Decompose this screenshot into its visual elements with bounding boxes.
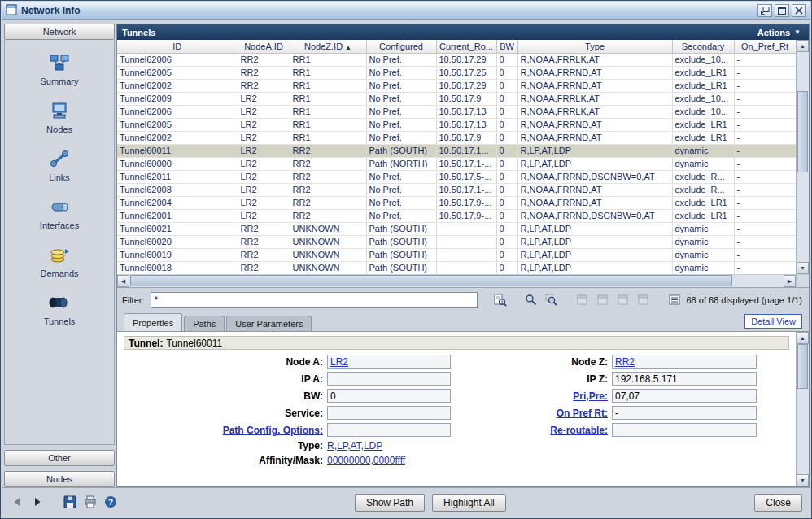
property-field[interactable] [327,406,451,420]
table-row[interactable]: Tunnel62008LR2RR2No Pref.10.50.17.1-...0… [117,183,796,196]
detail-view-button[interactable]: Detail View [744,314,802,329]
help-icon[interactable]: ? [103,495,118,509]
table-cell: LR2 [238,118,290,131]
property-field[interactable] [612,423,757,437]
back-icon[interactable] [10,495,24,509]
column-header[interactable]: Configured [366,40,436,53]
highlight-all-button[interactable]: Highlight All [432,494,506,512]
property-field[interactable] [327,423,451,437]
table-row[interactable]: Tunnel62001LR2RR2No Pref.10.50.17.9-...0… [117,209,796,222]
property-value[interactable]: LR2 [330,356,348,368]
property-value[interactable]: R,LP,AT,LDP [327,440,382,451]
scroll-down-icon[interactable]: ▼ [797,262,809,274]
table-row[interactable]: Tunnel60018RR2UNKNOWNPath (SOUTH)0R,LP,A… [117,261,796,274]
close-button[interactable]: Close [754,494,802,512]
table-cell: R,LP,AT,LDP [517,157,672,170]
sidebar-item-label: Nodes [46,124,72,134]
zoom-region-icon[interactable] [544,292,560,308]
sidebar-item-summary[interactable]: Summary [5,53,114,86]
scroll-right-icon[interactable]: ▶ [784,275,796,287]
table-row[interactable]: Tunnel60019RR2UNKNOWNPath (SOUTH)0R,LP,A… [117,248,796,261]
sidebar-item-nodes[interactable]: Nodes [5,101,114,134]
filter-input[interactable] [151,292,478,308]
scroll-up-icon[interactable]: ▲ [797,332,809,344]
property-field[interactable]: 192.168.5.171 [612,372,757,386]
forward-icon[interactable] [30,495,45,509]
table-row[interactable]: Tunnel60020RR2UNKNOWNPath (SOUTH)0R,LP,A… [117,235,796,248]
actions-label: Actions [757,28,790,37]
table-row[interactable]: Tunnel60021RR2UNKNOWNPath (SOUTH)0R,LP,A… [117,222,796,235]
table-row[interactable]: Tunnel62006RR2RR1No Pref.10.50.17.290R,N… [117,53,796,66]
column-header[interactable]: Current_Ro... [436,40,496,53]
tab-properties[interactable]: Properties [124,313,182,331]
table-scrollbar-thumb[interactable] [797,91,808,172]
property-value[interactable]: 00000000,0000ffff [327,455,405,466]
actions-menu-button[interactable]: Actions ▼ [757,28,804,37]
table-row[interactable]: Tunnel62002RR2RR1No Pref.10.50.17.290R,N… [117,79,796,92]
column-header[interactable]: On_Pref_Rt [734,40,796,53]
table-cell: dynamic [672,222,734,235]
column-header[interactable]: ID [117,40,238,53]
table-vertical-scrollbar[interactable]: ▲ ▼ [796,40,809,274]
property-field[interactable]: - [612,406,757,420]
table-row[interactable]: Tunnel62005RR2RR1No Pref.10.50.17.250R,N… [117,66,796,79]
table-row[interactable]: Tunnel62002LR2RR1No Pref.10.50.17.90R,NO… [117,131,796,144]
property-label[interactable]: Path Config. Options: [223,425,323,436]
list-icon[interactable] [666,292,683,308]
first-page-icon[interactable] [574,292,591,308]
column-header[interactable]: BW [496,40,517,53]
properties-scrollbar-thumb[interactable] [797,344,808,389]
table-row[interactable]: Tunnel62006LR2RR1No Pref.10.50.17.130R,N… [117,105,796,118]
table-cell: 0 [496,79,517,92]
sidebar-section-network[interactable]: Network [4,24,115,40]
find-icon[interactable] [492,292,509,308]
sidebar-item-interfaces[interactable]: Interfaces [5,197,114,230]
column-header[interactable]: Secondary [672,40,734,53]
sidebar-section-nodes[interactable]: Nodes [4,471,115,487]
table-row[interactable]: Tunnel60000LR2RR2Path (NORTH)10.50.17.1-… [117,157,796,170]
column-header[interactable]: Type [517,40,672,53]
property-label[interactable]: On Pref Rt: [557,408,608,419]
table-row[interactable]: Tunnel62011LR2RR2No Pref.10.50.17.5-...0… [117,170,796,183]
scroll-up-icon[interactable]: ▲ [797,40,809,52]
save-icon[interactable] [63,495,77,509]
horizontal-scroll-track[interactable] [129,275,784,287]
sidebar-section-other[interactable]: Other [4,450,115,466]
maximize-icon[interactable] [775,4,789,17]
property-field[interactable] [327,372,451,386]
property-field[interactable]: LR2 [327,355,451,369]
sidebar-item-tunnels[interactable]: Tunnels [5,293,114,326]
sidebar-item-links[interactable]: Links [5,149,114,182]
next-page-icon[interactable] [615,292,631,308]
property-field[interactable]: 0 [327,389,451,403]
table-row[interactable]: Tunnel60011LR2RR2Path (SOUTH)10.50.17.1.… [117,144,796,157]
table-row[interactable]: Tunnel62004LR2RR2No Pref.10.50.17.9-...0… [117,196,796,209]
property-field[interactable]: 07,07 [612,389,757,403]
property-label[interactable]: Pri,Pre: [573,390,608,402]
table-row[interactable]: Tunnel62009LR2RR1No Pref.10.50.17.90R,NO… [117,92,796,105]
tunnel-title-label: Tunnel: [129,338,163,349]
column-header[interactable]: NodeZ.ID▲ [290,40,366,53]
table-horizontal-scrollbar[interactable]: ◀ ▶ [117,274,809,287]
prev-page-icon[interactable] [595,292,611,308]
zoom-in-icon[interactable] [523,292,539,308]
properties-vertical-scrollbar[interactable]: ▲ ▼ [796,332,809,486]
tab-user-parameters[interactable]: User Parameters [226,316,312,331]
titlebar[interactable]: Network Info [2,2,810,20]
table-cell: RR1 [290,105,366,118]
property-value[interactable]: RR2 [615,356,635,368]
tab-paths[interactable]: Paths [184,316,225,331]
table-row[interactable]: Tunnel62005LR2RR1No Pref.10.50.17.130R,N… [117,118,796,131]
show-path-button[interactable]: Show Path [355,494,425,512]
sidebar-item-demands[interactable]: Demands [5,245,114,278]
last-page-icon[interactable] [635,292,652,308]
close-icon[interactable] [792,4,806,17]
horizontal-scrollbar-thumb[interactable] [130,275,732,286]
print-icon[interactable] [83,495,98,509]
column-header[interactable]: NodeA.ID [238,40,290,53]
property-label[interactable]: Re-routable: [550,425,608,436]
detach-icon[interactable] [757,4,772,17]
property-field[interactable]: RR2 [612,355,757,369]
scroll-left-icon[interactable]: ◀ [117,275,129,287]
scroll-down-icon[interactable]: ▼ [797,474,809,486]
